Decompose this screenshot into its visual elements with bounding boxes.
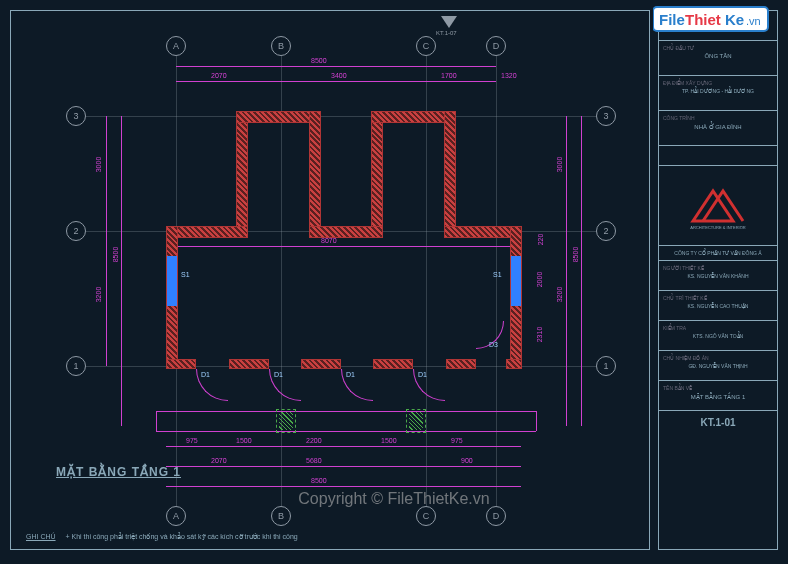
dim-small-3: 2200 — [306, 437, 322, 444]
cad-canvas: File Thiet Ke .vn Copyright © FileThietK… — [0, 0, 788, 564]
grid-line-d — [496, 56, 497, 506]
label-d1-3: D1 — [346, 371, 355, 378]
veranda-bot — [156, 431, 536, 432]
dim-bc: 3400 — [331, 72, 347, 79]
dim-bot-3 — [166, 486, 521, 487]
label-s1-left: S1 — [181, 271, 190, 278]
dim-overall-top — [176, 66, 496, 67]
grid-line-3 — [86, 116, 596, 117]
dim-segs-top — [176, 81, 496, 82]
pier-1 — [276, 409, 296, 433]
dim-bot-1 — [166, 446, 521, 447]
svg-text:Thiet: Thiet — [685, 11, 721, 28]
grid-bubble-2-right: 2 — [596, 221, 616, 241]
filethietke-logo: File Thiet Ke .vn — [653, 5, 773, 35]
label-d1-4: D1 — [418, 371, 427, 378]
dim-right-3000: 3000 — [556, 157, 563, 173]
wall-rear-right-v2 — [444, 111, 456, 231]
tb-checker: CHỦ TRÌ THIẾT KẾ KS. NGUYỄN CAO THUẬN — [659, 291, 777, 321]
grid-line-c — [426, 56, 427, 506]
footer-text: + Khi thi công phải triệt chống và khảo … — [66, 533, 298, 540]
window-left — [167, 256, 177, 306]
tb-project: CÔNG TRÌNH NHÀ Ở GIA ĐÌNH — [659, 111, 777, 146]
tb-sheet-title: TÊN BẢN VẼ MẶT BẰNG TẦNG 1 — [659, 381, 777, 411]
tb-designer: NGƯỜI THIẾT KẾ KS. NGUYỄN VĂN KHÁNH — [659, 261, 777, 291]
svg-text:File: File — [659, 11, 685, 28]
pier-2 — [406, 409, 426, 433]
tb-manager: KIỂM TRA KTS. NGÔ VĂN TOẢN — [659, 321, 777, 351]
dim-right-1 — [566, 116, 567, 426]
grid-bubble-d-bot: D — [486, 506, 506, 526]
wall-main-top-left — [166, 226, 248, 238]
tb-sheet-no: KT.1-01 — [659, 411, 777, 436]
grid-bubble-3-left: 3 — [66, 106, 86, 126]
footer-label: GHI CHÚ — [26, 533, 56, 540]
footer-note: GHI CHÚ + Khi thi công phải triệt chống … — [26, 533, 298, 541]
section-marker-top: KT.1-07 — [441, 16, 471, 36]
drawing-viewport[interactable]: KT.1-07 A B C D A B C D 1 2 3 1 2 3 8500… — [10, 10, 650, 550]
grid-bubble-1-left: 1 — [66, 356, 86, 376]
dim-small-4: 1500 — [381, 437, 397, 444]
dim-bot-2 — [166, 466, 521, 467]
wall-front-4 — [373, 359, 413, 369]
dim-interior-text: 8070 — [321, 237, 337, 244]
dim-cd1: 1700 — [441, 72, 457, 79]
grid-bubble-a-bot: A — [166, 506, 186, 526]
dim-bot-overall: 8500 — [311, 477, 327, 484]
grid-bubble-c-top: C — [416, 36, 436, 56]
grid-bubble-2-left: 2 — [66, 221, 86, 241]
grid-bubble-a-top: A — [166, 36, 186, 56]
grid-bubble-b-top: B — [271, 36, 291, 56]
dim-r-2000: 2000 — [536, 272, 543, 288]
watermark-logo: File Thiet Ke .vn — [653, 5, 773, 39]
wall-front-3 — [301, 359, 341, 369]
dim-right-overall: 8500 — [572, 247, 579, 263]
wall-front-1 — [166, 359, 196, 369]
grid-bubble-c-bot: C — [416, 506, 436, 526]
wall-front-2 — [229, 359, 269, 369]
dim-left-3200: 3200 — [95, 287, 102, 303]
label-d1-1: D1 — [201, 371, 210, 378]
dim-left-overall: 8500 — [112, 247, 119, 263]
dim-ab: 2070 — [211, 72, 227, 79]
grid-bubble-3-right: 3 — [596, 106, 616, 126]
label-d1-2: D1 — [274, 371, 283, 378]
svg-text:ARCHITECTURE & INTERIOR: ARCHITECTURE & INTERIOR — [690, 225, 745, 230]
grid-bubble-b-bot: B — [271, 506, 291, 526]
svg-text:.vn: .vn — [746, 15, 761, 27]
dim-right-2 — [581, 116, 582, 426]
label-d3: D3 — [489, 341, 498, 348]
wall-rear-left-v2 — [309, 111, 321, 231]
title-block: CHỦ ĐẦU TƯ ÔNG TÂN ĐỊA ĐIỂM XÂY DỰNG TP.… — [658, 10, 778, 550]
dim-interior — [178, 246, 510, 247]
tb-company: CÔNG TY CỔ PHẦN TƯ VẤN ĐÔNG Á — [659, 246, 777, 261]
veranda-left — [156, 411, 157, 431]
wall-rear-right-v — [371, 111, 383, 231]
wall-rear-left-v — [236, 111, 248, 231]
dim-small-5: 975 — [451, 437, 463, 444]
window-right — [511, 256, 521, 306]
dim-bot-5680: 5680 — [306, 457, 322, 464]
dim-left-1 — [106, 116, 107, 366]
dim-cd2: 1320 — [501, 72, 517, 79]
grid-bubble-d-top: D — [486, 36, 506, 56]
tb-director: CHỦ NHIỆM ĐỒ ÁN GĐ. NGUYỄN VĂN THỊNH — [659, 351, 777, 381]
dim-small-2: 1500 — [236, 437, 252, 444]
grid-line-b — [281, 56, 282, 506]
dim-bot-900: 900 — [461, 457, 473, 464]
tb-owner: CHỦ ĐẦU TƯ ÔNG TÂN — [659, 41, 777, 76]
veranda-right — [536, 411, 537, 431]
wall-front-6 — [506, 359, 522, 369]
wall-front-5 — [446, 359, 476, 369]
tb-address: ĐỊA ĐIỂM XÂY DỰNG TP. HẢI DƯƠNG - HẢI DƯ… — [659, 76, 777, 111]
company-logo-icon: ARCHITECTURE & INTERIOR — [688, 181, 748, 231]
plan-title: MẶT BẰNG TẦNG 1 — [56, 465, 181, 479]
copyright-watermark: Copyright © FileThietKe.vn — [298, 490, 489, 508]
tb-spacer — [659, 146, 777, 166]
grid-bubble-1-right: 1 — [596, 356, 616, 376]
veranda-top — [156, 411, 536, 412]
dim-small-1: 975 — [186, 437, 198, 444]
dim-left-2 — [121, 116, 122, 426]
label-s1-right: S1 — [493, 271, 502, 278]
dim-left-3000: 3000 — [95, 157, 102, 173]
